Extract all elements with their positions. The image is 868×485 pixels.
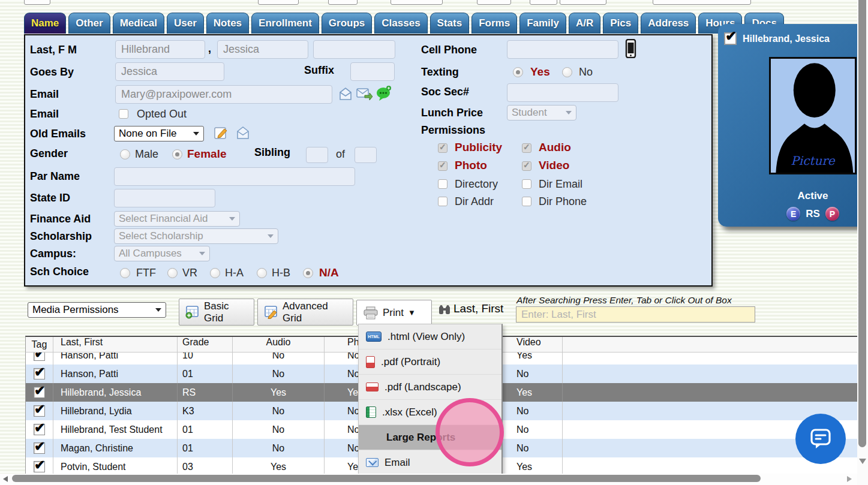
photo-checkbox[interactable] <box>438 161 447 171</box>
cell-phone-label: Cell Phone <box>421 44 477 56</box>
tab-pics[interactable]: Pics <box>603 13 638 34</box>
tag-checkbox[interactable] <box>34 442 45 454</box>
tag-checkbox[interactable] <box>34 368 45 379</box>
scroll-down-arrow-icon[interactable] <box>859 459 866 464</box>
tag-checkbox[interactable] <box>34 387 45 398</box>
menu-item-pdf-landscape[interactable]: .pdf (Landscape) <box>359 375 501 400</box>
soc-sec-field[interactable] <box>507 83 618 102</box>
tab-notes[interactable]: Notes <box>206 13 249 34</box>
tab-other[interactable]: Other <box>68 13 110 34</box>
mobile-phone-icon[interactable] <box>625 39 636 58</box>
text-message-icon[interactable] <box>376 86 392 101</box>
top-partial-button[interactable] <box>653 0 751 5</box>
scroll-left-arrow-icon[interactable] <box>3 476 8 482</box>
sch-choice-vr-radio[interactable] <box>167 268 178 278</box>
basic-grid-button[interactable]: Basic Grid <box>179 299 254 326</box>
scholarship-select[interactable]: Select Scholarship <box>114 228 278 244</box>
chat-button[interactable] <box>795 414 846 464</box>
advanced-grid-button[interactable]: Advanced Grid <box>257 299 353 326</box>
gender-male-radio[interactable] <box>120 149 130 159</box>
col-header-audio[interactable]: Audio <box>233 337 325 352</box>
sibling-number-field[interactable] <box>306 147 328 163</box>
col-header-tag[interactable]: Tag <box>26 337 53 352</box>
search-input[interactable] <box>516 306 755 323</box>
gender-female-radio[interactable] <box>172 149 182 159</box>
top-partial-button[interactable] <box>258 0 299 5</box>
tag-checkbox[interactable] <box>34 353 45 361</box>
campus-select[interactable]: All Campuses <box>114 246 210 261</box>
sch-choice-ftf-radio[interactable] <box>120 268 130 278</box>
sch-choice-na-radio[interactable] <box>303 268 313 278</box>
top-partial-button[interactable] <box>24 0 50 5</box>
sibling-total-field[interactable] <box>355 147 377 163</box>
email-field[interactable]: Mary@praxipower.com <box>115 85 332 104</box>
finance-aid-select[interactable]: Select Financial Aid <box>114 211 240 227</box>
tab-classes[interactable]: Classes <box>374 13 427 34</box>
tab-address[interactable]: Address <box>641 13 696 34</box>
top-partial-button[interactable] <box>560 0 606 5</box>
mail-open-icon[interactable] <box>236 126 251 140</box>
tab-forms[interactable]: Forms <box>471 13 517 34</box>
lunch-price-select[interactable]: Student <box>507 105 576 121</box>
suffix-field[interactable] <box>350 62 395 81</box>
badge-p[interactable]: P <box>825 207 839 221</box>
view-select[interactable]: Media Permissions <box>28 302 166 318</box>
tag-checkbox[interactable] <box>34 424 45 435</box>
tab-user[interactable]: User <box>167 13 204 34</box>
vertical-scrollbar[interactable] <box>857 0 868 485</box>
horizontal-scrollbar[interactable] <box>0 474 868 485</box>
cell-phone-field[interactable] <box>507 40 618 59</box>
edit-note-icon[interactable] <box>214 126 229 140</box>
col-header-grade[interactable]: Grade <box>178 337 233 352</box>
audio-checkbox[interactable] <box>522 143 531 153</box>
top-partial-button[interactable] <box>391 0 443 5</box>
video-checkbox[interactable] <box>522 161 531 171</box>
old-emails-select[interactable]: None on File <box>114 126 204 141</box>
tab-name[interactable]: Name <box>24 13 66 34</box>
dir-phone-checkbox[interactable] <box>522 197 531 206</box>
vertical-scroll-thumb[interactable] <box>858 0 866 447</box>
tab-ar[interactable]: A/R <box>569 13 600 34</box>
student-detail-form: Last, F M Hillebrand , Jessica Goes By J… <box>24 34 713 287</box>
goes-by-field[interactable]: Jessica <box>115 62 224 81</box>
last-name-field[interactable]: Hillebrand <box>115 40 205 59</box>
mail-forward-icon[interactable] <box>356 87 373 101</box>
tab-groups[interactable]: Groups <box>322 13 372 34</box>
tab-family[interactable]: Family <box>519 13 566 34</box>
texting-yes-radio[interactable] <box>513 67 523 77</box>
dir-addr-checkbox[interactable] <box>438 197 447 206</box>
badge-e[interactable]: E <box>786 207 800 221</box>
tag-checkbox[interactable] <box>34 405 45 417</box>
col-header-last-first[interactable]: Last, First <box>53 337 178 352</box>
texting-no-radio[interactable] <box>562 67 572 77</box>
first-name-field[interactable]: Jessica <box>217 40 308 59</box>
sch-choice-ha-radio[interactable] <box>210 268 220 278</box>
opted-out-checkbox[interactable] <box>119 109 128 119</box>
dir-email-checkbox[interactable] <box>522 179 531 189</box>
tab-medical[interactable]: Medical <box>113 13 164 34</box>
mail-view-icon[interactable] <box>338 86 353 102</box>
tab-enrollment[interactable]: Enrollment <box>251 13 319 34</box>
state-id-field[interactable] <box>114 189 215 207</box>
par-name-field[interactable] <box>114 167 355 186</box>
tab-stats[interactable]: Stats <box>430 13 470 34</box>
menu-item-html[interactable]: HTML .html (View Only) <box>359 324 501 350</box>
student-photo[interactable]: Picture <box>769 57 857 174</box>
menu-item-pdf-portrait[interactable]: .pdf (Portrait) <box>359 350 501 375</box>
directory-checkbox[interactable] <box>438 179 447 189</box>
sch-choice-hb-radio[interactable] <box>257 268 267 278</box>
scholarship-label: Scholarship <box>30 230 92 243</box>
top-partial-button[interactable] <box>530 0 557 5</box>
badge-rs[interactable]: RS <box>806 208 820 220</box>
directory-text: Directory <box>455 178 498 191</box>
middle-name-field[interactable] <box>313 40 395 59</box>
top-partial-button[interactable] <box>328 0 358 5</box>
tag-checkbox[interactable] <box>34 461 45 472</box>
print-button[interactable]: Print ▼ <box>356 300 432 326</box>
publicity-checkbox[interactable] <box>438 143 447 153</box>
top-partial-button[interactable] <box>477 0 511 5</box>
scroll-right-arrow-icon[interactable] <box>847 476 852 482</box>
email-opt-label: Email <box>30 108 59 121</box>
horizontal-scroll-thumb[interactable] <box>12 475 761 482</box>
student-card-checkbox[interactable] <box>724 32 737 45</box>
